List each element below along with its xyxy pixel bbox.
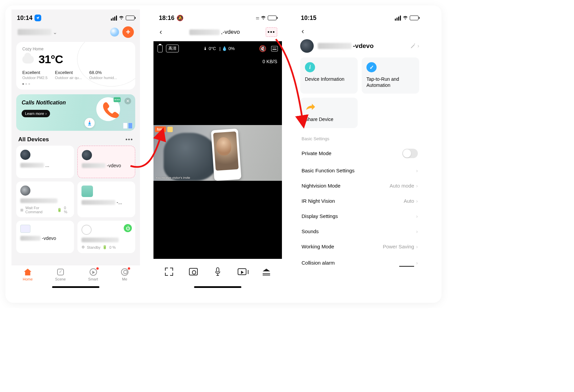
bottom-tab-bar: Home Scene Smart Me — [11, 265, 140, 290]
battery-icon — [410, 16, 418, 20]
battery-icon — [126, 16, 135, 20]
add-device-button[interactable]: + — [122, 26, 134, 38]
tab-home[interactable]: Home — [23, 268, 32, 290]
back-button[interactable]: ‹ — [300, 26, 305, 37]
power-icon[interactable]: ⏻ — [124, 224, 132, 232]
notification-dot-icon — [96, 267, 99, 270]
svg-point-2 — [115, 99, 116, 100]
banner-decoration — [123, 123, 133, 129]
svg-rect-6 — [216, 268, 219, 272]
camera-control-bar — [153, 259, 282, 290]
signal-dots-icon: :::: — [256, 16, 259, 20]
device-card[interactable]: ... — [16, 146, 74, 178]
all-devices-title: All Devices — [18, 136, 49, 143]
layout-icon[interactable] — [271, 46, 278, 51]
chevron-down-icon[interactable]: ⌄ — [53, 29, 57, 35]
silent-mode-icon: 🔕 — [176, 15, 184, 22]
cloud-icon — [22, 55, 34, 64]
smart-icon — [90, 268, 97, 276]
robot-thumb-icon — [20, 186, 30, 196]
back-button[interactable]: ‹ — [158, 26, 163, 38]
device-card[interactable]: ⏻ ⚙Standby🔋0 % — [77, 221, 135, 253]
three-phone-showcase: 10:14 ⌄ + Cozy Home — [5, 5, 441, 303]
tab-me[interactable]: Me — [121, 268, 129, 290]
battery-icon — [268, 16, 277, 20]
row-working-mode[interactable]: Working ModePower Saving› — [295, 239, 424, 254]
status-bar: 18:16🔕 :::: — [153, 9, 282, 24]
device-header-row[interactable]: -vdevo › — [295, 36, 424, 57]
row-display[interactable]: Display Settings› — [295, 209, 424, 224]
info-icon: i — [305, 62, 315, 72]
phone-screen-device-settings: 10:15 ‹ -vdevo › i Device Information ✓ — [295, 9, 424, 290]
snapshot-button[interactable] — [188, 267, 198, 277]
device-name-blurred — [81, 200, 115, 205]
tuya-badge: tuya — [155, 126, 173, 132]
home-name-blurred — [18, 29, 51, 35]
home-icon — [24, 269, 31, 275]
row-sounds[interactable]: Sounds› — [295, 224, 424, 239]
location-arrow-icon — [34, 15, 41, 21]
more-options-button[interactable]: ••• — [266, 27, 277, 37]
siren-icon — [85, 118, 95, 128]
wifi-icon — [402, 16, 408, 20]
device-grid: ... -vdevo ⊞Wait For Command🔋0 % -... -v… — [11, 146, 140, 253]
device-card-highlighted[interactable]: -vdevo — [77, 146, 135, 178]
row-ir-night[interactable]: IR Night VisionAuto› — [295, 193, 424, 209]
svg-point-3 — [117, 99, 118, 100]
camera-thumb-icon — [82, 150, 92, 160]
edit-device-button[interactable]: › — [410, 43, 419, 49]
tile-share-device[interactable]: Share Device — [300, 98, 358, 128]
phone-screen-camera-live: 18:16🔕 :::: ‹ ,-vdevo ••• 高清 🌡 0°C | 💧 0… — [153, 9, 282, 290]
device-card[interactable]: -... — [77, 181, 135, 217]
device-name-blurred — [82, 163, 105, 168]
scene-icon — [57, 269, 64, 275]
device-list-more-icon[interactable]: ••• — [125, 137, 133, 143]
camera-title: ,-vdevo — [189, 29, 240, 35]
svg-point-4 — [118, 99, 119, 100]
close-banner-icon[interactable]: ✕ — [124, 98, 131, 104]
talk-button[interactable] — [213, 267, 223, 277]
row-private-mode[interactable]: Private Mode — [295, 144, 424, 163]
weather-card[interactable]: Cozy Home 31°C ExcellentOutdoor PM2.5 Ex… — [16, 42, 135, 90]
row-nightvision[interactable]: Nightvision ModeAuto mode› — [295, 178, 424, 193]
weather-stat-humid: 68.0%Outdoor humid... — [89, 70, 117, 80]
learn-more-button[interactable]: Learn more› — [22, 110, 50, 117]
check-icon: ✓ — [366, 62, 377, 72]
wifi-icon — [260, 16, 266, 20]
tile-device-info[interactable]: i Device Information — [300, 57, 358, 94]
row-collision-alarm[interactable]: Collision alarm › — [295, 254, 424, 271]
pencil-icon — [410, 43, 416, 49]
thermometer-icon: 🌡 — [203, 46, 208, 51]
device-card[interactable]: ⊞Wait For Command🔋0 % — [16, 181, 74, 217]
calls-notification-banner[interactable]: Calls Notification Learn more› ✕ — [16, 94, 135, 131]
toggle-switch[interactable] — [402, 149, 418, 158]
status-icons — [111, 16, 135, 21]
weather-stat-pm25: ExcellentOutdoor PM2.5 — [22, 70, 48, 80]
basic-settings-header: Basic Settings — [295, 128, 424, 144]
quality-badge[interactable]: 高清 — [166, 45, 179, 52]
camera-thumb-icon — [20, 150, 30, 160]
expand-up-button[interactable] — [261, 267, 271, 277]
share-arrow-icon — [305, 102, 315, 113]
tile-automation[interactable]: ✓ Tap-to-Run and Automation — [362, 57, 419, 94]
row-basic-function[interactable]: Basic Function Settings› — [295, 163, 424, 178]
home-header: ⌄ + — [11, 24, 140, 39]
camera-video-area[interactable]: 高清 🌡 0°C | 💧 0% 🔇 0 KB/S You receive vis… — [153, 41, 282, 260]
device-name-blurred — [20, 163, 44, 168]
device-card[interactable]: -vdevo — [16, 221, 74, 253]
fullscreen-button[interactable] — [164, 267, 174, 277]
status-bar: 10:14 — [11, 9, 140, 24]
status-time: 18:16 — [159, 15, 174, 22]
feed-caption: You receive visitor's invite — [156, 176, 190, 179]
cellular-icon — [395, 16, 401, 21]
record-button[interactable] — [237, 267, 247, 277]
device-battery-icon — [158, 45, 163, 52]
wifi-icon — [118, 16, 124, 20]
vacuum-thumb-icon — [81, 225, 92, 235]
phone-screen-home: 10:14 ⌄ + Cozy Home — [11, 9, 140, 290]
assistant-orb-icon[interactable] — [110, 28, 119, 36]
home-indicator — [52, 286, 99, 288]
status-time: 10:14 — [17, 15, 32, 22]
mute-icon[interactable]: 🔇 — [259, 45, 266, 52]
video-feed: You receive visitor's invite — [153, 125, 282, 181]
